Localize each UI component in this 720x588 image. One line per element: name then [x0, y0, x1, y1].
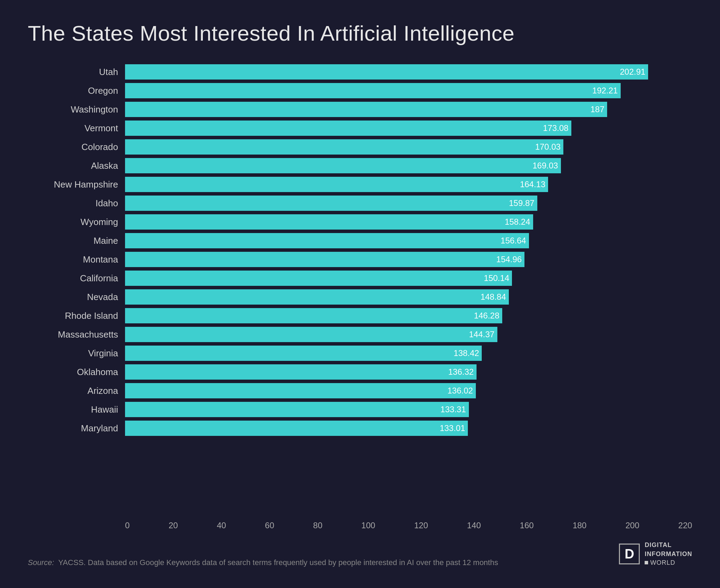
bar-value: 154.96: [496, 255, 524, 264]
bar-track: 136.32: [125, 364, 692, 380]
bar-row: Massachusetts144.37: [28, 325, 692, 343]
bar-value: 187: [590, 105, 607, 114]
bar-label: Wyoming: [28, 217, 125, 227]
bar-track: 158.24: [125, 214, 692, 230]
bar-fill: 154.96: [125, 252, 524, 267]
x-tick: 140: [467, 521, 481, 530]
logo-line3: WORLD: [645, 558, 692, 567]
logo-line2: INFORMATION: [645, 550, 692, 558]
source-text: Source: YACSS. Data based on Google Keyw…: [28, 558, 498, 567]
bar-value: 173.08: [543, 123, 571, 133]
bars-container: Utah202.91Oregon192.21Washington187Vermo…: [28, 63, 692, 516]
bar-value: 133.31: [440, 405, 469, 414]
bar-fill: 133.01: [125, 421, 468, 436]
bar-track: 164.13: [125, 177, 692, 192]
bar-row: Hawaii133.31: [28, 400, 692, 419]
bar-value: 170.03: [535, 142, 563, 152]
bar-value: 148.84: [480, 292, 508, 302]
logo-line1: DIGITAL: [645, 541, 692, 549]
source-label: Source:: [28, 558, 54, 567]
bar-fill: 146.28: [125, 308, 502, 323]
bar-row: Utah202.91: [28, 63, 692, 81]
logo-d-letter: D: [619, 544, 640, 564]
bar-track: 202.91: [125, 64, 692, 80]
source-content: YACSS. Data based on Google Keywords dat…: [58, 558, 498, 567]
bar-track: 173.08: [125, 121, 692, 136]
x-tick: 20: [168, 521, 178, 530]
bar-fill: 144.37: [125, 327, 497, 342]
logo-square: [645, 561, 648, 564]
bar-label: Utah: [28, 67, 125, 77]
bar-label: Maryland: [28, 423, 125, 434]
bar-row: California150.14: [28, 269, 692, 287]
bar-track: 159.87: [125, 196, 692, 211]
x-tick: 200: [626, 521, 639, 530]
bar-label: Rhode Island: [28, 310, 125, 321]
bar-fill: 202.91: [125, 64, 648, 80]
bar-fill: 192.21: [125, 83, 621, 98]
x-tick: 0: [125, 521, 130, 530]
chart-title: The States Most Interested In Artificial…: [28, 21, 692, 45]
bar-label: Hawaii: [28, 404, 125, 415]
bar-fill: 148.84: [125, 289, 509, 305]
bar-track: 192.21: [125, 83, 692, 98]
x-tick: 80: [313, 521, 323, 530]
bar-track: 150.14: [125, 271, 692, 286]
bar-fill: 136.32: [125, 364, 477, 380]
bar-value: 146.28: [474, 311, 502, 321]
bar-row: Maine156.64: [28, 232, 692, 250]
logo-area: D DIGITAL INFORMATION WORLD: [619, 541, 692, 567]
bar-label: Virginia: [28, 348, 125, 359]
bar-label: Montana: [28, 254, 125, 265]
bar-fill: 170.03: [125, 139, 563, 155]
bar-label: Vermont: [28, 123, 125, 134]
bar-value: 158.24: [505, 217, 533, 227]
bar-fill: 158.24: [125, 214, 533, 230]
bar-value: 156.64: [500, 236, 529, 246]
bar-value: 144.37: [469, 330, 497, 339]
bar-row: Rhode Island146.28: [28, 307, 692, 325]
bar-row: Idaho159.87: [28, 194, 692, 212]
bar-row: Wyoming158.24: [28, 213, 692, 231]
bar-label: Washington: [28, 104, 125, 115]
x-axis: 020406080100120140160180200220: [28, 521, 692, 530]
bar-row: Maryland133.01: [28, 419, 692, 437]
bar-fill: 187: [125, 102, 607, 117]
bar-track: 156.64: [125, 233, 692, 248]
footer: Source: YACSS. Data based on Google Keyw…: [28, 541, 692, 567]
bar-label: Oregon: [28, 85, 125, 96]
logo-text: DIGITAL INFORMATION WORLD: [645, 541, 692, 567]
bar-label: Nevada: [28, 292, 125, 303]
bar-fill: 173.08: [125, 121, 571, 136]
x-axis-inner: 020406080100120140160180200220: [125, 521, 692, 530]
bar-value: 192.21: [592, 86, 620, 96]
bar-row: Montana154.96: [28, 250, 692, 268]
bar-track: 148.84: [125, 289, 692, 305]
bar-label: Oklahoma: [28, 367, 125, 378]
bar-row: Oregon192.21: [28, 82, 692, 100]
bar-value: 164.13: [520, 180, 548, 189]
bar-fill: 136.02: [125, 383, 476, 398]
bar-row: Washington187: [28, 100, 692, 118]
bar-track: 170.03: [125, 139, 692, 155]
bar-track: 146.28: [125, 308, 692, 323]
bar-track: 187: [125, 102, 692, 117]
bar-row: Virginia138.42: [28, 344, 692, 362]
x-tick: 60: [265, 521, 274, 530]
bar-track: 144.37: [125, 327, 692, 342]
bar-value: 133.01: [440, 423, 468, 433]
bar-row: Colorado170.03: [28, 138, 692, 156]
bar-value: 159.87: [509, 198, 537, 208]
bar-track: 154.96: [125, 252, 692, 267]
bar-label: Arizona: [28, 386, 125, 396]
bar-label: Maine: [28, 235, 125, 246]
bar-fill: 156.64: [125, 233, 529, 248]
bar-row: Alaska169.03: [28, 157, 692, 175]
bar-label: Massachusetts: [28, 329, 125, 340]
bar-label: Colorado: [28, 142, 125, 152]
bar-fill: 169.03: [125, 158, 561, 173]
bar-label: Idaho: [28, 198, 125, 209]
bar-track: 133.01: [125, 421, 692, 436]
x-tick: 160: [520, 521, 534, 530]
chart-area: Utah202.91Oregon192.21Washington187Vermo…: [28, 63, 692, 530]
